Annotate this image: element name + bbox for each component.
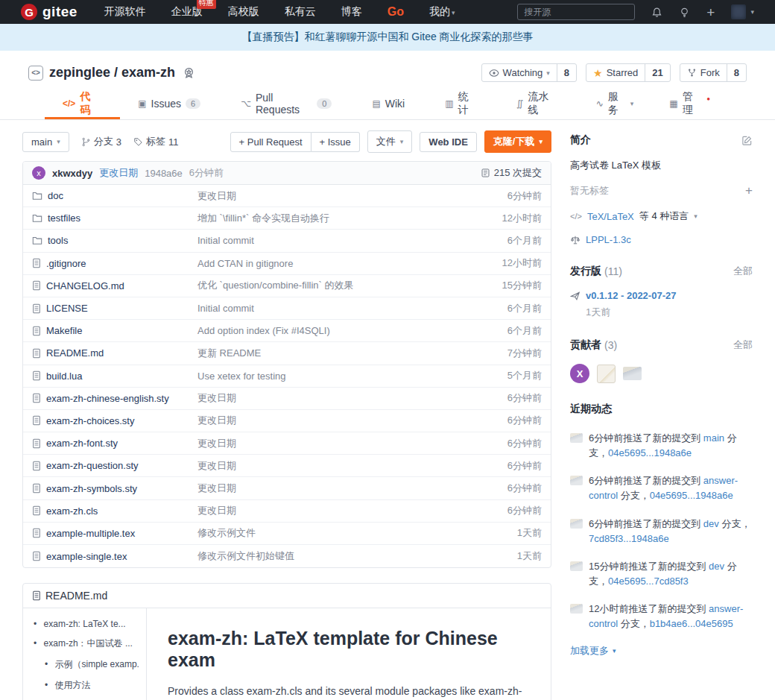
repo-owner-link[interactable]: zepinglee [49,65,110,80]
commits-total-link[interactable]: 215 次提交 [481,166,542,180]
load-more-link[interactable]: 加载更多 ▾ [570,644,616,658]
nav-menu-item[interactable]: 企业版特惠 [171,5,203,19]
nav-menu-item[interactable]: 高校版 [228,5,259,19]
file-commit-message-link[interactable]: 修改示例文件 [197,527,256,538]
commit-range-link[interactable]: 04e5695...7cd85f3 [608,576,689,587]
new-issue-button[interactable]: + Issue [311,132,360,152]
branch-link[interactable]: main [703,432,724,444]
create-new-plus-icon[interactable]: + [706,5,715,19]
nav-menu-item[interactable]: 博客 [341,5,362,19]
new-pull-request-button[interactable]: + Pull Request [230,132,311,152]
commit-author-avatar[interactable]: x [32,166,45,180]
toc-item-link[interactable]: 示例（simple examp... [55,659,139,669]
toc-item-link[interactable]: exam-zh：中国试卷 ... [44,638,133,649]
repo-tab[interactable]: ▦ 管理 ● [651,89,730,119]
file-name-link[interactable]: exam-zh-choices.sty [46,415,134,426]
release-version-link[interactable]: v0.1.12 - 2022-07-27 [586,290,676,301]
file-name-link[interactable]: .gitignore [46,258,86,269]
branches-link[interactable]: 分支 3 [81,135,121,148]
tags-link[interactable]: 标签 11 [133,135,179,148]
language-link[interactable]: TeX/LaTeX [587,211,634,222]
file-commit-message-link[interactable]: 更改日期 [197,505,236,516]
file-name-link[interactable]: tools [48,235,68,246]
repo-tab[interactable]: ▥ 统计 [427,89,499,119]
branch-link[interactable]: dev [709,561,724,572]
file-commit-message-link[interactable]: Add CTAN in gitignore [197,258,293,269]
file-name-link[interactable]: example-multiple.tex [46,528,135,539]
commit-author-name[interactable]: xkwxdyy [52,168,92,179]
branch-selector[interactable]: main ▾ [22,132,69,152]
contributor-avatar[interactable] [597,365,616,383]
files-dropdown-button[interactable]: 文件 ▾ [367,130,413,153]
repo-tab[interactable]: </> 代码 [45,89,120,119]
toc-item-link[interactable]: exam-zh: LaTeX te... [44,619,126,629]
lightbulb-icon[interactable] [679,7,690,18]
file-commit-message-link[interactable]: 更改日期 [197,414,236,426]
branch-link[interactable]: dev [703,518,719,529]
web-ide-button[interactable]: Web IDE [420,132,477,152]
file-commit-message-link[interactable]: Add option index (Fix #I4SQLI) [197,325,330,336]
chevron-down-icon[interactable]: ▾ [694,212,698,220]
file-row[interactable]: example-single.tex 修改示例文件初始键值 1天前 [23,545,551,567]
repo-tab[interactable]: ⌥ Pull Requests 0 [223,89,354,119]
contributors-all-link[interactable]: 全部 [733,338,753,352]
file-row[interactable]: example-multiple.tex 修改示例文件 1天前 [23,523,551,545]
file-commit-message-link[interactable]: 更改日期 [197,392,236,403]
commit-range-link[interactable]: b1b4ae6...04e5695 [650,618,733,629]
file-commit-message-link[interactable]: 更改日期 [197,438,236,449]
file-name-link[interactable]: README.md [46,347,104,359]
file-row[interactable]: build.lua Use xetex for testing 5个月前 [23,365,551,388]
file-commit-message-link[interactable]: Initial commit [197,235,254,246]
file-name-link[interactable]: CHANGELOG.md [46,280,124,291]
license-link[interactable]: LPPL-1.3c [586,234,631,245]
commit-range-link[interactable]: 04e5695...1948a6e [650,490,733,501]
file-row[interactable]: exam-zh-question.sty 更改日期 6分钟前 [23,455,551,477]
toc-item[interactable]: exam-zh：中国试卷 ... [34,637,139,650]
file-commit-message-link[interactable]: 增加 `\fillin*` 命令实现自动换行 [197,212,329,224]
commit-sha[interactable]: 1948a6e [145,168,183,179]
commit-range-link[interactable]: 04e5695...1948a6e [608,447,692,458]
file-commit-message-link[interactable]: 更新 README [197,347,261,359]
nav-menu-item[interactable]: 开源软件 [104,5,146,19]
file-commit-message-link[interactable]: 优化 `question/combine-fillin` 的效果 [197,280,354,291]
notifications-bell-icon[interactable] [651,7,662,18]
search-input[interactable] [517,4,635,20]
file-row[interactable]: doc 更改日期 6分钟前 [23,185,551,207]
file-row[interactable]: exam-zh.cls 更改日期 6分钟前 [23,500,551,523]
file-row[interactable]: CHANGELOG.md 优化 `question/combine-fillin… [23,275,551,297]
repo-tab[interactable]: ∿ 服务 ▾ [578,89,652,119]
file-name-link[interactable]: doc [48,190,63,201]
file-commit-message-link[interactable]: 更改日期 [197,482,236,494]
file-name-link[interactable]: exam-zh.cls [46,505,98,517]
user-menu[interactable]: ▾ [731,4,754,19]
file-commit-message-link[interactable]: 更改日期 [197,190,236,201]
file-name-link[interactable]: exam-zh-question.sty [46,460,139,471]
file-name-link[interactable]: exam-zh-symbols.sty [46,483,137,494]
file-row[interactable]: README.md 更新 README 7分钟前 [23,342,551,365]
commit-range-link[interactable]: 7cd85f3...1948a6e [589,533,669,544]
activity-avatar[interactable] [570,519,583,529]
file-commit-message-link[interactable]: 更改日期 [197,460,236,471]
add-tag-plus-icon[interactable]: + [745,183,753,198]
file-row[interactable]: .gitignore Add CTAN in gitignore 12小时前 [23,253,551,275]
file-row[interactable]: testfiles 增加 `\fillin*` 命令实现自动换行 12小时前 [23,207,551,230]
file-commit-message-link[interactable]: Initial commit [197,303,254,314]
file-name-link[interactable]: example-single.tex [46,551,127,562]
toc-item[interactable]: 示例（simple examp... [34,658,139,671]
gitee-logo[interactable]: G gitee [21,4,78,20]
file-name-link[interactable]: build.lua [46,371,82,382]
file-row[interactable]: exam-zh-choices.sty 更改日期 6分钟前 [23,410,551,432]
contributor-avatar[interactable]: X [570,364,589,383]
activity-avatar[interactable] [570,433,583,443]
nav-menu-item[interactable]: 私有云 [285,5,316,19]
fork-button[interactable]: Fork [680,64,727,81]
file-row[interactable]: LICENSE Initial commit 6个月前 [23,297,551,320]
watch-count[interactable]: 8 [557,64,576,81]
toc-item[interactable]: 使用方法 [34,679,139,692]
activity-avatar[interactable] [570,476,583,485]
file-name-link[interactable]: exam-zh-chinese-english.sty [46,393,169,404]
toc-item-link[interactable]: 使用方法 [55,680,91,690]
toc-item[interactable]: exam-zh: LaTeX te... [34,619,139,629]
activity-avatar[interactable] [570,561,583,571]
star-button[interactable]: ★ Starred [586,64,645,81]
